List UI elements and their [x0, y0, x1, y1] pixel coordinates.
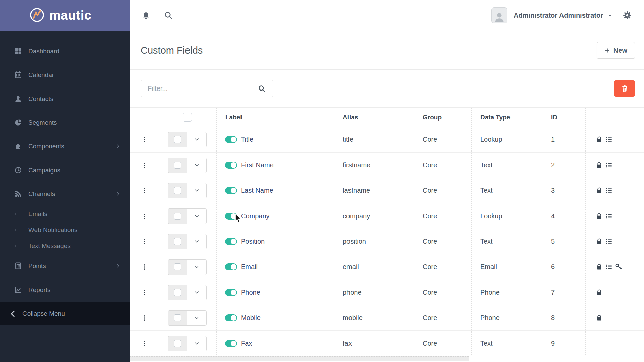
row-menu-kebab-icon[interactable]: [141, 289, 148, 296]
chevron-down-icon: [194, 341, 199, 346]
field-id: 7: [551, 289, 555, 296]
field-label-link[interactable]: Title: [241, 136, 253, 143]
column-header-group[interactable]: Group: [423, 114, 442, 121]
sidebar-item-label: Web Notifications: [28, 226, 78, 234]
row-dropdown-button[interactable]: [187, 310, 207, 326]
row-menu-kebab-icon[interactable]: [141, 264, 148, 270]
sidebar-item-campaigns[interactable]: Campaigns: [0, 158, 130, 182]
field-group: Core: [423, 238, 437, 245]
published-toggle[interactable]: [225, 162, 237, 169]
sidebar-item-components[interactable]: Components: [0, 134, 130, 158]
sidebar-item-contacts[interactable]: Contacts: [0, 87, 130, 111]
row-menu-kebab-icon[interactable]: [141, 315, 148, 321]
sidebar-item-text-messages[interactable]: Text Messages: [0, 238, 130, 254]
published-toggle[interactable]: [225, 289, 237, 296]
cell-group: Core: [414, 280, 471, 305]
cell-select: [158, 305, 216, 330]
row-checkbox[interactable]: [174, 213, 181, 220]
user-menu[interactable]: Administrator Administrator: [514, 12, 603, 19]
row-dropdown-button[interactable]: [187, 285, 207, 300]
field-label-link[interactable]: Phone: [241, 289, 260, 296]
row-checkbox[interactable]: [174, 162, 181, 169]
row-dropdown-button[interactable]: [187, 183, 207, 198]
filter-search-button[interactable]: [250, 80, 273, 97]
field-label-link[interactable]: Last Name: [241, 187, 273, 194]
row-menu-kebab-icon[interactable]: [141, 162, 148, 169]
row-dropdown-button[interactable]: [187, 208, 207, 224]
column-header-data_type[interactable]: Data Type: [480, 114, 510, 121]
published-toggle[interactable]: [225, 314, 237, 321]
cell-data-type: Text: [471, 229, 542, 254]
settings-gear-icon[interactable]: [623, 11, 632, 20]
new-button[interactable]: New: [597, 42, 635, 59]
published-toggle[interactable]: [225, 340, 237, 347]
global-search-icon[interactable]: [164, 11, 173, 20]
sidebar-item-reports[interactable]: Reports: [0, 278, 130, 302]
cell-data-type: Phone: [471, 305, 542, 330]
row-menu-kebab-icon[interactable]: [141, 238, 148, 245]
sidebar-item-emails[interactable]: Emails: [0, 206, 130, 222]
avatar[interactable]: [491, 7, 507, 23]
select-all-checkbox[interactable]: [183, 113, 192, 122]
cell-id: 8: [542, 305, 585, 330]
row-checkbox[interactable]: [174, 187, 181, 194]
column-header-label[interactable]: Label: [225, 114, 242, 121]
cell-menu: [130, 229, 158, 254]
row-dropdown-button[interactable]: [187, 234, 207, 249]
field-group: Core: [423, 263, 437, 271]
row-menu-kebab-icon[interactable]: [141, 187, 148, 194]
list-icon: [605, 187, 612, 194]
published-toggle[interactable]: [225, 136, 237, 143]
field-label-link[interactable]: Mobile: [241, 314, 261, 322]
row-menu-kebab-icon[interactable]: [141, 340, 148, 347]
field-label-link[interactable]: Position: [241, 238, 265, 245]
row-menu-kebab-icon[interactable]: [141, 213, 148, 220]
row-checkbox[interactable]: [174, 340, 181, 347]
field-id: 5: [551, 238, 555, 245]
caret-down-icon[interactable]: [607, 13, 612, 18]
row-checkbox[interactable]: [174, 136, 181, 143]
sidebar-item-calendar[interactable]: Calendar: [0, 63, 130, 87]
sidebar: mautic Dashboard Calendar Contacts Segme…: [0, 0, 130, 362]
chevron-down-icon: [194, 264, 199, 269]
notifications-bell-icon[interactable]: [142, 11, 150, 20]
row-action-group: [168, 158, 207, 173]
row-dropdown-button[interactable]: [187, 336, 207, 351]
field-label-link[interactable]: Company: [241, 212, 270, 220]
field-label-link[interactable]: Fax: [241, 340, 252, 347]
chevron-down-icon: [194, 188, 199, 193]
published-toggle[interactable]: [225, 187, 237, 194]
row-dropdown-button[interactable]: [187, 259, 207, 275]
filter-input[interactable]: [141, 80, 250, 97]
chevron-down-icon: [194, 137, 199, 142]
field-alias: fax: [343, 340, 352, 347]
row-checkbox[interactable]: [174, 238, 181, 245]
published-toggle[interactable]: [225, 238, 237, 245]
sidebar-item-web-notifications[interactable]: Web Notifications: [0, 222, 130, 238]
column-header-id[interactable]: ID: [551, 114, 557, 121]
row-dropdown-button[interactable]: [187, 132, 207, 147]
sidebar-item-segments[interactable]: Segments: [0, 111, 130, 134]
published-toggle[interactable]: [225, 263, 237, 270]
published-toggle[interactable]: [225, 213, 237, 220]
cell-alias: position: [334, 229, 414, 254]
brand-logo[interactable]: mautic: [0, 0, 130, 31]
field-label-link[interactable]: Email: [241, 263, 258, 271]
row-checkbox[interactable]: [174, 314, 181, 321]
field-id: 8: [551, 314, 555, 322]
field-label-link[interactable]: First Name: [241, 161, 274, 169]
row-menu-kebab-icon[interactable]: [141, 136, 148, 143]
sidebar-item-label: Points: [28, 262, 46, 270]
field-alias: mobile: [343, 314, 363, 322]
cell-menu: [130, 127, 158, 152]
sidebar-item-points[interactable]: Points: [0, 254, 130, 278]
sidebar-item-channels[interactable]: Channels: [0, 182, 130, 206]
row-checkbox[interactable]: [174, 263, 181, 270]
column-header-alias[interactable]: Alias: [343, 114, 358, 121]
row-dropdown-button[interactable]: [187, 158, 207, 173]
row-checkbox[interactable]: [174, 289, 181, 296]
collapse-menu-button[interactable]: Collapse Menu: [0, 302, 130, 325]
sidebar-item-dashboard[interactable]: Dashboard: [0, 39, 130, 63]
delete-selected-button[interactable]: [614, 80, 635, 97]
cell-alias: fax: [334, 331, 414, 356]
